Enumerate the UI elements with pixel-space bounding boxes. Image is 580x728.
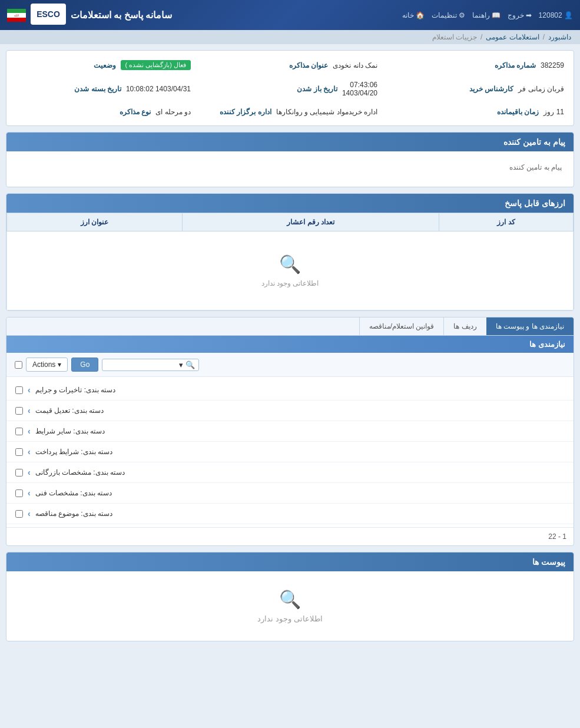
pagination-text: 1 - 22 — [548, 532, 566, 541]
svg-rect-2 — [7, 9, 26, 13]
close-date-label: تاریخ بسته شدن — [74, 85, 121, 93]
info-grid: 382259 شماره مذاکره نمک دانه نخودی عنوان… — [16, 58, 564, 118]
guide-link[interactable]: 📖 راهنما — [472, 11, 501, 19]
app-header: 👤 120802 ➡ خروج 📖 راهنما ⚙ تنظیمات 🏠 خان… — [0, 0, 580, 30]
attachments-empty-search-icon: 🔍 — [24, 589, 556, 610]
tabs-header: نیازمندی ها و پیوست ها ردیف ها قوانین اس… — [6, 317, 574, 336]
currency-empty-state: 🔍 اطلاعاتی وجود ندارد — [14, 236, 566, 305]
tree-item-2[interactable]: دسته بندی: سایر شرایط › — [6, 421, 574, 442]
chevron-right-icon-3: › — [28, 447, 31, 456]
buyer-row: قربان زمانی فر کارشناس خرید — [389, 78, 564, 100]
tree-item-checkbox-0[interactable] — [15, 386, 23, 394]
col-currency-title: عنوان ارز — [7, 213, 183, 231]
title-value: نمک دانه نخودی — [333, 61, 377, 70]
select-all-checkbox[interactable] — [15, 361, 22, 369]
chevron-down-icon: ▾ — [179, 360, 183, 369]
tree-item-1[interactable]: دسته بندی: تعدیل قیمت › — [6, 401, 574, 421]
chevron-right-icon-5: › — [28, 488, 31, 498]
title-label: عنوان مذاکره — [289, 61, 328, 70]
tree-item-checkbox-3[interactable] — [15, 448, 23, 456]
inquiry-number-value: 382259 — [541, 61, 564, 70]
tree-item-5[interactable]: دسته بندی: مشخصات فنی › — [6, 483, 574, 504]
search-input[interactable] — [106, 360, 177, 369]
inquiry-number-label: شماره مذاکره — [495, 61, 536, 70]
pagination: 1 - 22 — [6, 527, 574, 545]
breadcrumb-sep1: / — [543, 33, 545, 41]
tree-item-label-1: دسته بندی: تعدیل قیمت — [35, 406, 104, 415]
remaining-row: 11 روز زمان باقیمانده — [389, 105, 564, 118]
tree-item-checkbox-2[interactable] — [15, 428, 23, 435]
message-content: پیام به تامین کننده — [509, 163, 562, 171]
title-row: نمک دانه نخودی عنوان مذاکره — [203, 58, 377, 72]
close-date-row: 1403/04/31 10:08:02 تاریخ بسته شدن — [16, 78, 191, 100]
open-date-value: 07:43:06 1403/04/20 — [342, 81, 377, 97]
tree-item-label-4: دسته بندی: مشخصات بازرگانی — [35, 468, 125, 476]
exit-link[interactable]: ➡ خروج — [508, 11, 532, 19]
chevron-right-icon-2: › — [28, 426, 31, 436]
breadcrumb-inquiries[interactable]: استعلامات عمومی — [486, 33, 539, 41]
attachments-empty-state: 🔍 اطلاعاتی وجود ندارد — [6, 571, 574, 641]
tree-item-checkbox-1[interactable] — [15, 407, 23, 415]
svg-rect-4 — [7, 18, 26, 22]
remaining-label: زمان باقیمانده — [497, 108, 539, 116]
open-date-label: تاریخ باز شدن — [297, 85, 337, 93]
message-body: پیام به تامین کننده — [6, 151, 574, 187]
tree-item-label-3: دسته بندی: شرایط پرداخت — [35, 448, 112, 456]
svg-text:ESCO: ESCO — [37, 9, 60, 19]
status-badge: فعال (بازگشایی نشده ) — [121, 60, 191, 70]
remaining-value: 11 روز — [543, 108, 564, 116]
type-value: دو مرحله ای — [155, 108, 191, 116]
esco-badge: ESCO — [31, 4, 66, 27]
organizer-row: اداره خریدمواد شیمیایی و روانکارها اداره… — [203, 105, 377, 118]
home-icon: 🏠 — [416, 11, 425, 19]
tree-item-0[interactable]: دسته بندی: تاخیرات و جرایم › — [6, 380, 574, 401]
tree-item-4[interactable]: دسته بندی: مشخصات بازرگانی › — [6, 462, 574, 483]
attachments-section-header: پیوست ها — [6, 552, 574, 571]
type-label: نوع مذاکره — [120, 108, 151, 116]
type-row: دو مرحله ای نوع مذاکره — [16, 105, 191, 118]
status-label: وضعیت — [94, 61, 116, 70]
home-link[interactable]: 🏠 خانه — [402, 11, 425, 19]
attachments-section: پیوست ها 🔍 اطلاعاتی وجود ندارد — [6, 552, 574, 641]
nav-bar: 👤 120802 ➡ خروج 📖 راهنما ⚙ تنظیمات 🏠 خان… — [402, 11, 573, 19]
currency-section: ارزهای قابل پاسخ کد ارز تعداد رقم اعشار … — [6, 193, 574, 311]
tree-item-checkbox-5[interactable] — [15, 489, 23, 497]
breadcrumb-current: جزییات استعلام — [432, 33, 477, 41]
message-section: پیام به تامین کننده پیام به تامین کننده — [6, 132, 574, 187]
message-section-header: پیام به تامین کننده — [6, 133, 574, 151]
open-date-row: 07:43:06 1403/04/20 تاریخ باز شدن — [203, 78, 377, 100]
tree-item-6[interactable]: دسته بندی: موضوع مناقصه › — [6, 504, 574, 524]
requirements-sub-header: نیازمندی ها — [6, 336, 574, 353]
chevron-right-icon-4: › — [28, 468, 31, 477]
tree-item-label-5: دسته بندی: مشخصات فنی — [35, 489, 112, 497]
tree-container: دسته بندی: تاخیرات و جرایم › دسته بندی: … — [6, 377, 574, 527]
tree-item-checkbox-4[interactable] — [15, 469, 23, 476]
organizer-label: اداره برگزار کننده — [220, 108, 271, 116]
chevron-down-icon-actions: ▾ — [58, 360, 61, 369]
actions-toolbar: 🔍 ▾ Go ▾ Actions — [6, 353, 574, 377]
settings-icon: ⚙ — [459, 11, 465, 19]
search-box[interactable]: 🔍 ▾ — [102, 359, 199, 371]
breadcrumb-dashboard[interactable]: داشبورد — [548, 33, 571, 41]
user-icon: 👤 — [564, 11, 573, 19]
settings-link[interactable]: ⚙ تنظیمات — [432, 11, 465, 19]
tab-rules[interactable]: قوانین استعلام/مناقصه — [359, 317, 444, 335]
tree-item-label-6: دسته بندی: موضوع مناقصه — [35, 509, 112, 518]
actions-button[interactable]: ▾ Actions — [26, 358, 68, 372]
search-icon: 🔍 — [185, 360, 195, 369]
chevron-right-icon-0: › — [28, 385, 31, 395]
breadcrumb-sep2: / — [480, 33, 482, 41]
tab-requirements[interactable]: نیازمندی ها و پیوست ها — [486, 317, 574, 335]
tabs-section: نیازمندی ها و پیوست ها ردیف ها قوانین اس… — [6, 317, 574, 546]
buyer-label: کارشناس خرید — [469, 85, 513, 93]
go-button[interactable]: Go — [71, 358, 98, 372]
tab-rows[interactable]: ردیف ها — [443, 317, 486, 335]
chevron-right-icon-6: › — [28, 509, 31, 518]
tree-item-label-0: دسته بندی: تاخیرات و جرایم — [35, 386, 116, 394]
svg-text:الله: الله — [14, 14, 19, 17]
chevron-right-icon-1: › — [28, 406, 31, 415]
tree-item-label-2: دسته بندی: سایر شرایط — [35, 427, 105, 435]
tree-item-checkbox-6[interactable] — [15, 510, 23, 518]
header-title: سامانه پاسخ به استعلامات — [71, 9, 172, 21]
tree-item-3[interactable]: دسته بندی: شرایط پرداخت › — [6, 442, 574, 462]
